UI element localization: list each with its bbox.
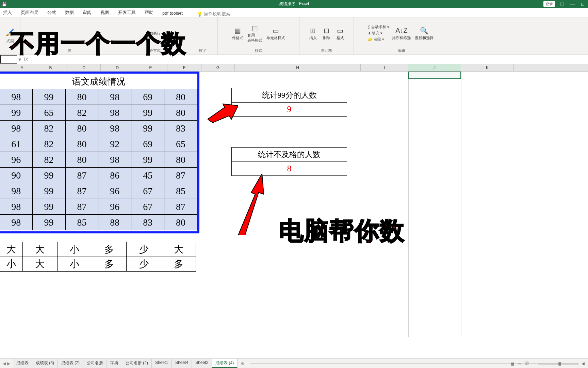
score-cell[interactable]: 85 bbox=[65, 215, 98, 230]
col-header[interactable]: H bbox=[235, 64, 361, 71]
score-cell[interactable]: 69 bbox=[131, 136, 164, 152]
score-cell[interactable]: 99 bbox=[0, 105, 32, 121]
score-cell[interactable]: 87 bbox=[164, 168, 197, 183]
col-header[interactable]: F bbox=[167, 64, 201, 71]
sheet-tab[interactable]: Sheet1 bbox=[152, 359, 172, 368]
tab-review[interactable]: 审阅 bbox=[81, 8, 93, 17]
score-cell[interactable]: 82 bbox=[32, 136, 65, 152]
score-cell[interactable]: 92 bbox=[98, 136, 131, 152]
col-header[interactable]: D bbox=[101, 64, 134, 71]
score-cell[interactable]: 45 bbox=[131, 168, 164, 183]
score-cell[interactable]: 99 bbox=[131, 152, 164, 168]
score-cell[interactable]: 96 bbox=[98, 183, 131, 199]
score-cell[interactable]: 83 bbox=[131, 215, 164, 230]
sheet-tab[interactable]: 成绩表 (2) bbox=[58, 359, 83, 368]
score-cell[interactable]: 98 bbox=[0, 89, 32, 105]
score-cell[interactable]: 83 bbox=[164, 121, 197, 136]
zoom-in-icon[interactable]: + bbox=[582, 362, 585, 366]
tab-layout[interactable]: 页面布局 bbox=[19, 8, 40, 17]
sheet-tab[interactable]: 成绩表 (3) bbox=[32, 359, 58, 368]
col-header[interactable]: K bbox=[461, 64, 514, 71]
sheet-nav[interactable]: ◀▶ bbox=[0, 361, 13, 366]
score-cell[interactable]: 96 bbox=[0, 152, 32, 168]
col-header[interactable]: J bbox=[408, 64, 461, 71]
col-header[interactable]: C bbox=[67, 64, 101, 71]
score-cell[interactable]: 61 bbox=[0, 136, 32, 152]
score-cell[interactable]: 98 bbox=[98, 152, 131, 168]
score-cell[interactable]: 87 bbox=[65, 183, 98, 199]
save-icon[interactable]: 💾 bbox=[2, 2, 7, 6]
score-cell[interactable]: 82 bbox=[32, 152, 65, 168]
worksheet-area[interactable]: 语文成绩情况 989980986980996582989980988280989… bbox=[0, 72, 588, 337]
zoom-slider[interactable] bbox=[538, 363, 579, 365]
score-cell[interactable]: 99 bbox=[32, 89, 65, 105]
score-cell[interactable]: 80 bbox=[164, 215, 197, 230]
sort-filter-button[interactable]: A↓Z排序和筛选 bbox=[391, 25, 412, 41]
score-cell[interactable]: 69 bbox=[131, 89, 164, 105]
score-cell[interactable]: 98 bbox=[98, 105, 131, 121]
delete-cells-button[interactable]: ⊟删除 bbox=[321, 25, 333, 41]
char-cell[interactable]: 大 bbox=[161, 242, 196, 257]
sheet-tab[interactable]: 公司名册 bbox=[83, 359, 107, 368]
score-cell[interactable]: 87 bbox=[65, 168, 98, 183]
add-sheet-icon[interactable]: ⊕ bbox=[238, 361, 248, 366]
page-layout-view-icon[interactable]: ▭ bbox=[518, 362, 521, 366]
score-cell[interactable]: 98 bbox=[0, 215, 32, 230]
char-cell[interactable]: 小 bbox=[57, 257, 92, 272]
select-all-corner[interactable] bbox=[0, 64, 10, 71]
tab-formulas[interactable]: 公式 bbox=[46, 8, 58, 17]
tab-help[interactable]: 帮助 bbox=[143, 8, 155, 17]
find-select-button[interactable]: 🔍查找和选择 bbox=[413, 25, 435, 41]
char-cell[interactable]: 多 bbox=[161, 257, 196, 272]
score-cell[interactable]: 98 bbox=[98, 89, 131, 105]
tab-pdf[interactable]: pdf toolset bbox=[161, 9, 184, 17]
conditional-format-button[interactable]: ▦件格式 bbox=[231, 25, 245, 41]
tab-view[interactable]: 视图 bbox=[99, 8, 111, 17]
score-cell[interactable]: 99 bbox=[32, 183, 65, 199]
score-cell[interactable]: 99 bbox=[131, 121, 164, 136]
clear-button[interactable]: 🧽 清除 ▾ bbox=[368, 37, 390, 42]
col-header[interactable]: E bbox=[134, 64, 167, 71]
sheet-tab[interactable]: Sheet2 bbox=[192, 359, 212, 368]
score-cell[interactable]: 67 bbox=[131, 183, 164, 199]
score-cell[interactable]: 80 bbox=[65, 152, 98, 168]
login-button[interactable]: 登录 bbox=[543, 1, 555, 7]
score-cell[interactable]: 80 bbox=[164, 89, 197, 105]
sheet-tab[interactable]: 成绩表 (4) bbox=[212, 359, 238, 368]
score-cell[interactable]: 80 bbox=[164, 152, 197, 168]
score-cell[interactable]: 98 bbox=[98, 121, 131, 136]
sheet-tab[interactable]: 成绩表 bbox=[13, 359, 32, 368]
score-cell[interactable]: 67 bbox=[131, 199, 164, 215]
minimize-icon[interactable]: — bbox=[570, 1, 575, 6]
score-cell[interactable]: 86 bbox=[98, 168, 131, 183]
score-cell[interactable]: 87 bbox=[164, 199, 197, 215]
score-cell[interactable]: 99 bbox=[32, 168, 65, 183]
page-break-view-icon[interactable]: 凹 bbox=[525, 361, 529, 367]
score-cell[interactable]: 80 bbox=[65, 136, 98, 152]
col-header[interactable]: I bbox=[361, 64, 408, 71]
col-header[interactable]: B bbox=[34, 64, 67, 71]
score-cell[interactable]: 88 bbox=[98, 215, 131, 230]
char-cell[interactable]: 大 bbox=[22, 242, 57, 257]
tab-insert[interactable]: 插入 bbox=[2, 8, 13, 17]
score-cell[interactable]: 65 bbox=[32, 105, 65, 121]
char-cell[interactable]: 大 bbox=[0, 242, 22, 257]
char-cell[interactable]: 小 bbox=[57, 242, 92, 257]
char-cell[interactable]: 小 bbox=[0, 257, 22, 272]
score-cell[interactable]: 90 bbox=[0, 168, 32, 183]
score-cell[interactable]: 82 bbox=[65, 105, 98, 121]
score-cell[interactable]: 98 bbox=[0, 183, 32, 199]
score-cell[interactable]: 85 bbox=[164, 183, 197, 199]
score-cell[interactable]: 99 bbox=[131, 105, 164, 121]
tell-me-search[interactable]: 💡 操作说明搜索 bbox=[197, 11, 230, 17]
score-cell[interactable]: 65 bbox=[164, 136, 197, 152]
score-cell[interactable]: 80 bbox=[65, 89, 98, 105]
sheet-tab[interactable]: 公司名册 (2) bbox=[122, 359, 152, 368]
score-cell[interactable]: 96 bbox=[98, 199, 131, 215]
char-cell[interactable]: 大 bbox=[22, 257, 57, 272]
sheet-tab[interactable]: 字典 bbox=[107, 359, 122, 368]
maximize-icon[interactable]: ◻ bbox=[581, 1, 585, 6]
score-cell[interactable]: 82 bbox=[32, 121, 65, 136]
fill-button[interactable]: ⬇ 填充 ▾ bbox=[368, 31, 390, 36]
col-header[interactable]: G bbox=[201, 64, 235, 71]
